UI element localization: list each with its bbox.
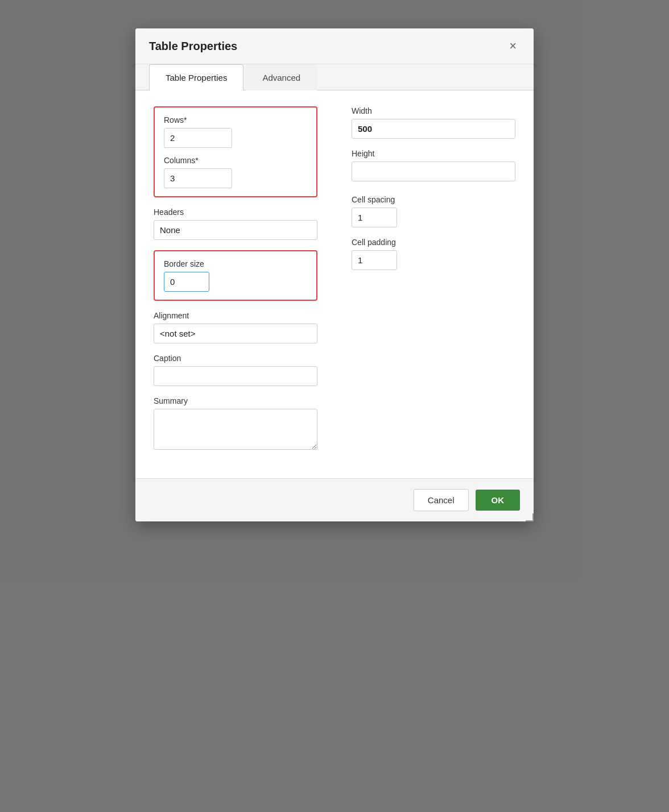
rows-input[interactable] [164, 128, 232, 148]
dialog-footer: Cancel OK [135, 478, 534, 521]
right-column: Width Height Cell spacing [352, 106, 515, 462]
columns-label: Columns* [164, 156, 307, 165]
headers-field-group: Headers [154, 208, 317, 240]
table-properties-dialog: Table Properties × Table Properties Adva… [135, 28, 534, 521]
dialog-body: Rows* Columns* Headers [135, 90, 534, 478]
rows-cols-group: Rows* Columns* [154, 106, 317, 197]
width-input[interactable] [352, 119, 515, 139]
close-button[interactable]: × [506, 39, 520, 53]
cell-padding-field-group: Cell padding [352, 238, 515, 270]
summary-label: Summary [154, 396, 317, 405]
headers-label: Headers [154, 208, 317, 217]
dialog-header: Table Properties × [135, 28, 534, 64]
columns-input[interactable] [164, 168, 232, 188]
alignment-input[interactable] [154, 324, 317, 343]
alignment-field-group: Alignment [154, 311, 317, 343]
left-column: Rows* Columns* Headers [154, 106, 317, 462]
cell-spacing-label: Cell spacing [352, 195, 515, 204]
columns-field-group: Columns* [164, 156, 307, 188]
summary-field-group: Summary [154, 396, 317, 452]
height-label: Height [352, 149, 515, 158]
rows-field-group: Rows* [164, 115, 307, 148]
height-field-group: Height [352, 149, 515, 181]
alignment-label: Alignment [154, 311, 317, 320]
caption-input[interactable] [154, 366, 317, 386]
cancel-button[interactable]: Cancel [414, 489, 469, 511]
modal-overlay: Table Properties × Table Properties Adva… [0, 0, 669, 812]
dialog-title: Table Properties [149, 40, 237, 53]
rows-label: Rows* [164, 115, 307, 125]
cell-spacing-input[interactable] [352, 208, 397, 227]
ok-button[interactable]: OK [476, 490, 521, 511]
height-input[interactable] [352, 161, 515, 181]
cell-spacing-field-group: Cell spacing [352, 195, 515, 227]
form-layout: Rows* Columns* Headers [154, 106, 515, 462]
tab-table-properties[interactable]: Table Properties [149, 64, 243, 90]
border-size-group: Border size [154, 250, 317, 301]
dialog-footer-wrapper: Cancel OK [135, 478, 534, 521]
border-size-label: Border size [164, 259, 307, 268]
cell-padding-input[interactable] [352, 250, 397, 270]
border-size-input[interactable] [164, 272, 209, 292]
width-label: Width [352, 106, 515, 115]
width-field-group: Width [352, 106, 515, 139]
cell-padding-label: Cell padding [352, 238, 515, 247]
tab-advanced[interactable]: Advanced [246, 64, 317, 90]
caption-label: Caption [154, 354, 317, 363]
resize-handle[interactable] [526, 513, 534, 521]
caption-field-group: Caption [154, 354, 317, 386]
headers-input[interactable] [154, 220, 317, 240]
tabs-row: Table Properties Advanced [135, 64, 534, 90]
summary-input[interactable] [154, 409, 317, 450]
